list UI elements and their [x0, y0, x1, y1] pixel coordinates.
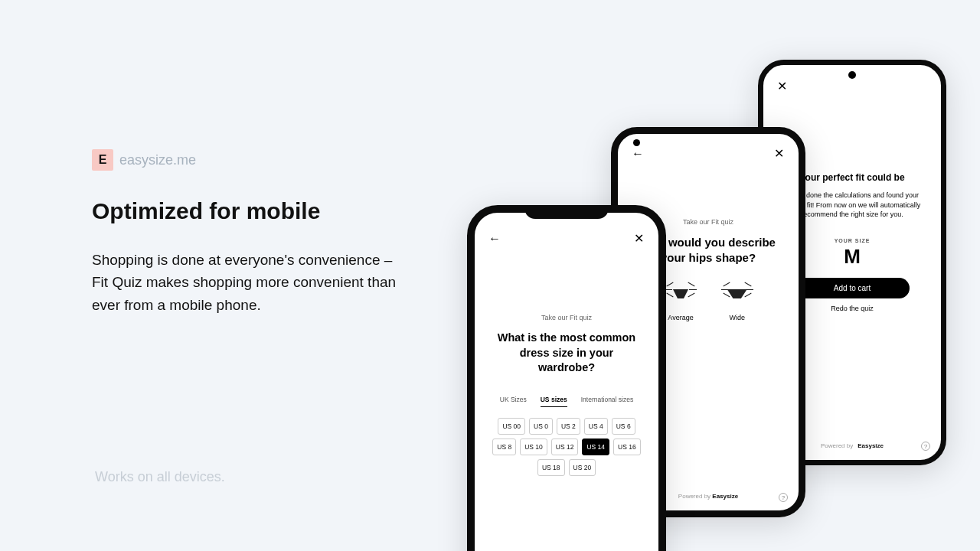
- camera-dot-icon: [848, 71, 856, 79]
- close-icon[interactable]: ✕: [629, 230, 648, 248]
- quiz-eyebrow: Take our Fit quiz: [485, 314, 648, 321]
- size-chip[interactable]: US 12: [551, 439, 579, 455]
- phone-notch-icon: [524, 205, 609, 219]
- hips-option-label: Wide: [729, 314, 745, 321]
- tab-international-sizes[interactable]: International sizes: [581, 396, 634, 407]
- size-chip[interactable]: US 6: [612, 418, 635, 435]
- powered-brand: Easysize: [858, 442, 884, 449]
- hips-option-label: Average: [668, 314, 693, 321]
- camera-dot-icon: [633, 139, 640, 146]
- quiz-question: What is the most common dress size in yo…: [485, 331, 648, 376]
- body-text: Shopping is done at everyone's convenien…: [92, 249, 406, 316]
- powered-brand: Easysize: [712, 493, 738, 500]
- close-icon[interactable]: ✕: [769, 145, 788, 163]
- size-chip[interactable]: US 20: [569, 459, 596, 476]
- hips-option-average[interactable]: Average: [668, 282, 693, 321]
- brand-name: easysize.me: [119, 152, 196, 168]
- help-icon[interactable]: ?: [779, 493, 788, 502]
- headline: Optimized for mobile: [92, 198, 406, 224]
- back-arrow-icon[interactable]: ←: [629, 145, 647, 163]
- size-system-tabs: UK Sizes US sizes International sizes: [485, 396, 648, 407]
- back-arrow-icon[interactable]: ←: [485, 230, 504, 248]
- brand-badge: E: [92, 149, 113, 171]
- size-chip[interactable]: US 2: [557, 418, 580, 435]
- size-chip[interactable]: US 8: [492, 439, 516, 455]
- close-icon[interactable]: ✕: [773, 77, 791, 96]
- footer-tagline: Works on all devices.: [95, 469, 225, 485]
- phone-size-question: ← ✕ Take our Fit quiz What is the most c…: [467, 205, 666, 551]
- add-to-cart-button[interactable]: Add to cart: [795, 278, 910, 298]
- tab-us-sizes[interactable]: US sizes: [541, 396, 567, 407]
- size-grid: US 00US 0US 2US 4US 6US 8US 10US 12US 14…: [485, 418, 648, 476]
- size-chip[interactable]: US 18: [537, 459, 565, 476]
- hips-wide-icon: [726, 282, 749, 305]
- tab-uk-sizes[interactable]: UK Sizes: [500, 396, 527, 407]
- brand-row: E easysize.me: [92, 149, 406, 171]
- size-chip[interactable]: US 14: [582, 439, 609, 455]
- size-chip[interactable]: US 10: [520, 439, 547, 455]
- hips-average-icon: [669, 282, 692, 305]
- help-icon[interactable]: ?: [921, 442, 930, 451]
- powered-prefix: Powered by: [821, 442, 853, 449]
- hips-option-wide[interactable]: Wide: [726, 282, 749, 321]
- size-chip[interactable]: US 0: [529, 418, 553, 435]
- size-chip[interactable]: US 16: [613, 439, 641, 455]
- powered-prefix: Powered by: [678, 493, 712, 500]
- size-chip[interactable]: US 00: [498, 418, 525, 435]
- size-chip[interactable]: US 4: [584, 418, 608, 435]
